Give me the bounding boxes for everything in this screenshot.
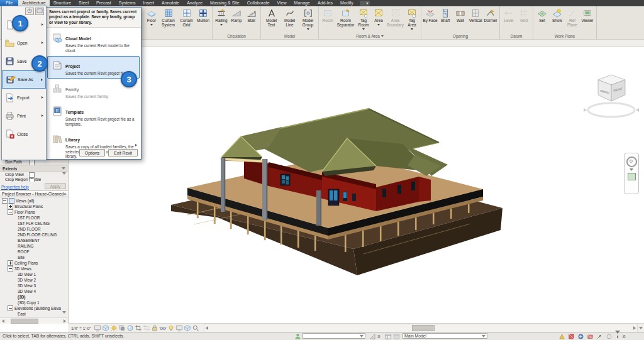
grid-button[interactable]: Grid [516, 7, 531, 23]
level-button[interactable]: Level [501, 7, 516, 23]
crop-region-checkbox[interactable] [29, 178, 35, 182]
apply-button[interactable]: Apply [45, 183, 66, 189]
scroll-right-icon[interactable] [631, 325, 637, 331]
scroll-left-icon[interactable] [204, 325, 210, 331]
select-underlay-icon[interactable] [568, 333, 575, 340]
design-options-dropdown[interactable]: Main Model [402, 333, 487, 339]
sun-path-icon[interactable] [110, 324, 118, 332]
menu-item-print[interactable]: Print [2, 107, 46, 125]
wall-opening-button[interactable]: Wall [453, 7, 468, 23]
drawing-area[interactable]: FRONT RIGHT [68, 47, 644, 323]
3d-house-model[interactable]: FRONT RIGHT [68, 47, 644, 323]
model-line-button[interactable]: Model Line [280, 7, 299, 28]
tree-item[interactable]: Elevations (Building Eleva [0, 305, 68, 311]
background-process-icon[interactable] [606, 333, 613, 340]
tree-item[interactable]: 2ND FLOOR [0, 226, 68, 232]
crop-view-icon[interactable] [135, 324, 142, 332]
tree-item[interactable]: 2ND FLOOR CELING [0, 232, 68, 238]
tag-room-button[interactable]: Tag Room [356, 7, 371, 30]
tab-massing-site[interactable]: Massing & Site [206, 0, 243, 6]
flyout-item-template[interactable]: R TemplateSaves the current Revit projec… [47, 102, 140, 129]
temporary-hide-isolate-icon[interactable] [159, 324, 167, 332]
model-group-button[interactable]: Model Group [299, 7, 317, 30]
tab-insert[interactable]: Insert [140, 0, 158, 6]
tree-item[interactable]: 3D Views [0, 266, 68, 271]
tree-item[interactable]: 3D View 3 [0, 283, 68, 288]
worksets-icon[interactable] [294, 333, 301, 340]
project-browser-titlebar[interactable]: Project Browser - House-Cleaned × [0, 190, 68, 197]
tab-annotate[interactable]: Annotate [158, 0, 183, 6]
recent-documents-icon[interactable] [25, 8, 34, 15]
active-workset-icon[interactable] [385, 333, 392, 340]
options-button[interactable]: Options [79, 149, 105, 156]
tree-item[interactable]: ROOF [0, 249, 68, 255]
curtain-system-button[interactable]: Curtain System [159, 7, 177, 28]
open-documents-icon[interactable] [35, 8, 44, 15]
tree-item[interactable]: 1ST FLOOR [0, 215, 68, 221]
show-button[interactable]: Show [550, 7, 565, 23]
drag-elements-icon[interactable] [596, 333, 603, 340]
tab-view[interactable]: View [274, 0, 291, 6]
steering-wheel-icon[interactable] [626, 156, 637, 167]
model-text-button[interactable]: Model Text [262, 7, 280, 28]
temporary-view-properties-icon[interactable] [175, 324, 183, 332]
tab-structure[interactable]: Structure [50, 0, 75, 6]
shaft-button[interactable]: Shaft [438, 7, 453, 23]
railing-button[interactable]: Railing [214, 7, 229, 26]
tab-addins[interactable]: Add-Ins [314, 0, 336, 6]
properties-help-link[interactable]: Properties help [0, 185, 29, 189]
shadows-icon[interactable] [118, 324, 126, 332]
mullion-button[interactable]: Mullion [196, 7, 211, 23]
exit-revit-button[interactable]: Exit Revit [108, 149, 138, 156]
vertical-opening-button[interactable]: Vertical [468, 7, 483, 23]
set-button[interactable]: Set [535, 7, 550, 23]
tree-item-views[interactable]: Views (all) [0, 198, 68, 204]
navigation-bar[interactable] [624, 153, 639, 194]
horizontal-scrollbar[interactable] [204, 324, 638, 332]
chevron-down-icon[interactable] [630, 168, 633, 171]
curtain-grid-button[interactable]: Curtain Grid [177, 7, 196, 28]
tree-item[interactable]: 3D View 1 [0, 271, 68, 277]
zoom-icon[interactable] [628, 173, 636, 180]
filter-icon[interactable] [615, 334, 622, 340]
tree-item[interactable]: 3D View 4 [0, 288, 68, 294]
floor-button[interactable]: Floor [144, 7, 159, 26]
visual-style-icon[interactable] [102, 324, 109, 332]
collapse-icon[interactable] [2, 198, 8, 204]
lock-view-icon[interactable] [151, 324, 158, 332]
tab-collaborate[interactable]: Collaborate [243, 0, 274, 6]
collapse-icon[interactable] [8, 305, 13, 311]
area-boundary-button[interactable]: Area Boundary [386, 7, 404, 28]
tree-item-active-view[interactable]: (3D) [0, 294, 68, 300]
tab-modify[interactable]: Modify [336, 0, 357, 6]
select-by-face-icon[interactable] [587, 333, 594, 340]
tab-manage[interactable]: Manage [291, 0, 314, 6]
tree-item[interactable]: Structural Plans [0, 204, 68, 209]
tree-item[interactable]: (3D) Copy 1 [0, 300, 68, 305]
crop-region-icon[interactable] [143, 324, 150, 332]
menu-item-save-as[interactable]: Save As [2, 70, 46, 89]
tree-item[interactable]: Floor Plans [0, 209, 68, 215]
reveal-hidden-icon[interactable] [167, 324, 175, 332]
tab-analyze[interactable]: Analyze [183, 0, 206, 6]
tree-item[interactable]: 1ST FLR CELING [0, 221, 68, 226]
select-links-icon[interactable] [558, 333, 565, 340]
tag-area-button[interactable]: Tag Area [404, 7, 419, 30]
scroll-down-icon[interactable] [638, 324, 644, 332]
tree-item[interactable]: RAILING [0, 243, 68, 249]
viewer-button[interactable]: Viewer [580, 7, 595, 23]
expand-icon[interactable] [8, 260, 13, 266]
menu-item-export[interactable]: Export [2, 89, 46, 107]
ramp-button[interactable]: Ramp [229, 7, 244, 23]
analytical-model-icon[interactable] [184, 324, 191, 332]
ref-plane-button[interactable]: Ref Plane [565, 7, 580, 28]
collapse-icon[interactable] [8, 209, 13, 215]
stair-button[interactable]: Stair [244, 7, 259, 23]
collapse-section-icon[interactable] [62, 167, 65, 170]
gray-inactive-icon[interactable] [393, 333, 400, 340]
tab-steel[interactable]: Steel [75, 0, 92, 6]
worksets-dropdown[interactable] [303, 333, 365, 339]
dormer-button[interactable]: Dormer [483, 7, 498, 23]
scroll-left-icon[interactable] [0, 318, 6, 324]
by-face-button[interactable]: By Face [423, 7, 438, 23]
